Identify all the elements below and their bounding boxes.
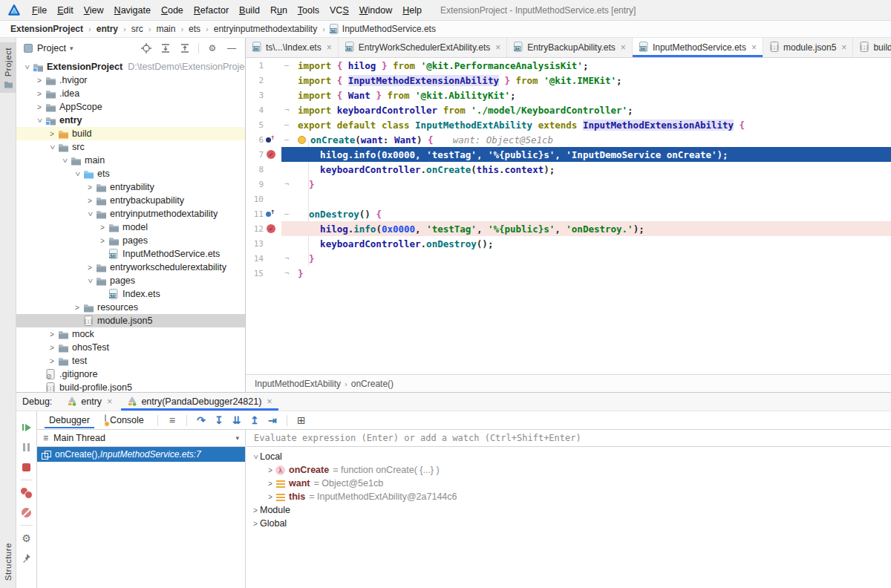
- menu-window[interactable]: Window: [354, 4, 397, 17]
- fold-marker-icon[interactable]: –: [284, 132, 289, 147]
- code-text[interactable]: –onCreate(want: Want) {want: Object@5e1c…: [281, 132, 891, 147]
- tree-item-mock[interactable]: mock: [16, 327, 245, 341]
- layout-settings-icon[interactable]: ≡: [164, 414, 180, 426]
- tree-chevron-icon[interactable]: [23, 62, 31, 71]
- menu-edit[interactable]: Edit: [52, 4, 79, 17]
- pin-tab-button[interactable]: [16, 548, 36, 568]
- code-text[interactable]: ⌐ }: [281, 251, 891, 266]
- menu-help[interactable]: Help: [397, 4, 427, 17]
- breadcrumb-item[interactable]: src: [130, 24, 145, 34]
- menu-file[interactable]: File: [27, 4, 52, 17]
- breakpoint-icon[interactable]: ✓: [264, 150, 278, 159]
- breadcrumb-item[interactable]: ets: [187, 24, 202, 34]
- variable-want[interactable]: want= Object@5e1cb: [247, 477, 891, 490]
- project-view-selector[interactable]: Project: [37, 43, 66, 53]
- fold-marker-icon[interactable]: ⌐: [284, 266, 289, 281]
- tree-chevron-icon[interactable]: [85, 183, 94, 192]
- code-text[interactable]: hilog.info(0x0000, 'testTag', '%{public}…: [281, 147, 891, 162]
- editor-tab-ts-index-ets[interactable]: ETSts\...\Index.ets×: [246, 38, 339, 57]
- fold-marker-icon[interactable]: –: [284, 206, 289, 221]
- tree-chevron-icon[interactable]: [61, 156, 69, 165]
- tree-item-test[interactable]: test: [16, 354, 245, 368]
- tree-chevron-icon[interactable]: [266, 466, 275, 474]
- gear-icon[interactable]: ⚙: [206, 42, 218, 54]
- editor-tab-module-json5[interactable]: {;}module.json5×: [763, 38, 853, 57]
- stripe-button-project[interactable]: Project: [0, 42, 16, 93]
- breadcrumb-method[interactable]: onCreate(): [351, 379, 394, 389]
- tree-item-entrybackupability[interactable]: entrybackupability: [16, 194, 245, 207]
- stack-frame[interactable]: onCreate(), InputMethodService.ets:7: [37, 447, 245, 462]
- tree-chevron-icon[interactable]: [252, 452, 260, 461]
- step-out-icon[interactable]: ↥: [247, 414, 263, 426]
- override-method-icon[interactable]: ↑: [266, 209, 276, 218]
- tab-debugger[interactable]: Debugger: [42, 413, 97, 428]
- code-text[interactable]: ⌐ }: [281, 177, 891, 192]
- code-text[interactable]: keyboardController.onCreate(this.context…: [281, 162, 891, 177]
- close-icon[interactable]: ×: [621, 42, 626, 53]
- tree-item-resources[interactable]: resources: [16, 301, 245, 314]
- code-text[interactable]: import { Want } from '@kit.AbilityKit';: [281, 88, 891, 102]
- code-text[interactable]: [281, 192, 891, 206]
- tree-item--gitignore[interactable]: .gitignore: [16, 368, 245, 381]
- chevron-down-icon[interactable]: ▾: [70, 45, 74, 52]
- tree-chevron-icon[interactable]: [35, 103, 44, 111]
- variables-group-module[interactable]: Module: [247, 503, 891, 517]
- tree-item-entryinputmethodextability[interactable]: entryinputmethodextability: [16, 207, 245, 220]
- thread-selector[interactable]: ≡ Main Thread ▾: [37, 430, 245, 447]
- code-text[interactable]: ⌐}: [281, 266, 891, 281]
- tree-item-src[interactable]: src: [16, 140, 245, 154]
- tree-item-entry[interactable]: entry: [16, 114, 245, 127]
- code-text[interactable]: – onDestroy() {: [281, 206, 891, 221]
- tree-chevron-icon[interactable]: [266, 493, 275, 501]
- fold-marker-icon[interactable]: ⌐: [284, 177, 289, 192]
- evaluate-expression-icon[interactable]: ⊞: [293, 414, 310, 426]
- view-breakpoints-button[interactable]: [16, 483, 36, 503]
- breadcrumb-item[interactable]: main: [154, 24, 177, 34]
- tree-chevron-icon[interactable]: [251, 506, 260, 514]
- breakpoint-icon[interactable]: ✓: [267, 150, 275, 159]
- close-icon[interactable]: ×: [751, 42, 757, 53]
- debug-session-tab[interactable]: entry×: [59, 393, 120, 411]
- variable-oncreate[interactable]: λonCreate= function onCreate( {...} ): [247, 463, 891, 477]
- fold-marker-icon[interactable]: ⌐: [284, 102, 289, 117]
- code-text[interactable]: –import { hilog } from '@kit.Performance…: [281, 58, 891, 73]
- step-into-icon[interactable]: ↧: [211, 414, 227, 426]
- tree-item--idea[interactable]: .idea: [16, 87, 245, 100]
- tree-item-ets[interactable]: ets: [16, 167, 245, 180]
- tree-item-entryworkschedulerextability[interactable]: entryworkschedulerextability: [16, 261, 245, 274]
- tree-chevron-icon[interactable]: [48, 143, 56, 151]
- step-over-icon[interactable]: ↷: [193, 414, 209, 426]
- code-text[interactable]: hilog.info(0x0000, 'testTag', '%{public}…: [281, 221, 891, 236]
- run-to-cursor-icon[interactable]: ⇥: [264, 414, 281, 426]
- hide-panel-icon[interactable]: —: [226, 42, 238, 54]
- code-text[interactable]: import { InputMethodExtensionAbility } f…: [281, 73, 891, 88]
- tree-item-build[interactable]: build: [16, 127, 245, 140]
- breadcrumb-item[interactable]: ExtensionProject: [9, 24, 85, 34]
- tree-item-pages[interactable]: pages: [16, 234, 245, 247]
- force-step-into-icon[interactable]: ⇊: [229, 414, 245, 426]
- tree-chevron-icon[interactable]: [35, 76, 44, 85]
- debug-settings-button[interactable]: ⚙: [16, 528, 36, 548]
- tree-chevron-icon[interactable]: [48, 357, 56, 365]
- stop-button[interactable]: [16, 457, 36, 477]
- menu-refactor[interactable]: Refactor: [189, 4, 234, 17]
- tree-chevron-icon[interactable]: [48, 330, 56, 339]
- tree-chevron-icon[interactable]: [85, 197, 94, 205]
- menu-build[interactable]: Build: [234, 4, 265, 17]
- tree-chevron-icon[interactable]: [98, 237, 107, 245]
- pause-button[interactable]: [16, 437, 36, 457]
- mute-breakpoints-button[interactable]: [16, 503, 36, 523]
- close-icon[interactable]: ×: [327, 42, 332, 53]
- tree-chevron-icon[interactable]: [98, 223, 107, 232]
- tree-chevron-icon[interactable]: [86, 209, 94, 218]
- menu-navigate[interactable]: Navigate: [109, 4, 156, 17]
- tree-item-extensionproject[interactable]: ExtensionProjectD:\testDemo\ExtensionPro…: [16, 60, 245, 74]
- tree-item-pages[interactable]: pages: [16, 274, 245, 287]
- expand-all-icon[interactable]: [160, 42, 172, 54]
- tree-item-index-ets[interactable]: ETSIndex.ets: [16, 287, 245, 301]
- evaluate-expression-input[interactable]: [247, 430, 891, 446]
- code-text[interactable]: keyboardController.onDestroy();: [281, 236, 891, 251]
- tree-item--hvigor[interactable]: .hvigor: [16, 74, 245, 87]
- menu-run[interactable]: Run: [265, 4, 293, 17]
- code-text[interactable]: –export default class InputMethodExtAbil…: [281, 117, 891, 132]
